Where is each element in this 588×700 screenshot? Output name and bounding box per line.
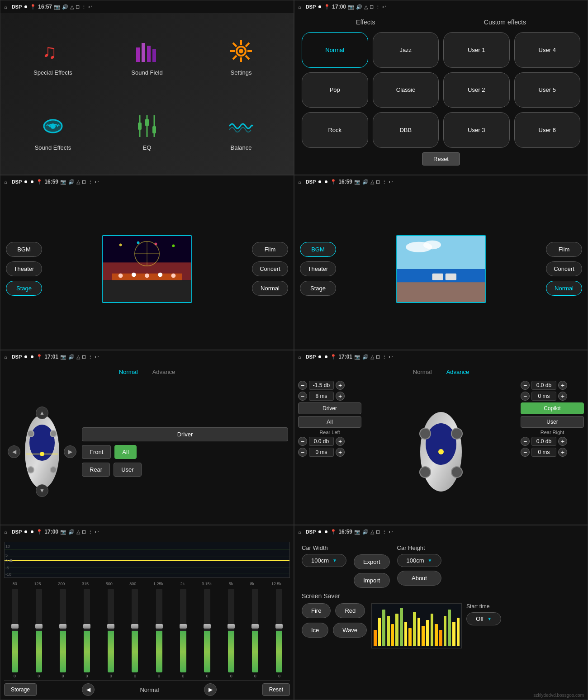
back-icon-p1[interactable]: ↩	[88, 4, 92, 10]
eq-reset-button[interactable]: Reset	[262, 683, 290, 696]
eq-thumb-0[interactable]	[11, 624, 19, 629]
eq-thumb-2[interactable]	[59, 624, 66, 629]
menu-item-eq[interactable]: EQ	[102, 96, 192, 168]
eq-track-8[interactable]	[204, 589, 210, 672]
adv-bl-db-plus[interactable]: +	[336, 437, 345, 446]
eq-track-6[interactable]	[156, 589, 162, 672]
sp-btn-user[interactable]: User	[114, 463, 141, 477]
adv-tl-db-plus[interactable]: +	[336, 381, 345, 390]
home-icon-p2[interactable]: ⌂	[298, 4, 301, 9]
back-icon-p8[interactable]: ↩	[389, 529, 393, 535]
eq-thumb-11[interactable]	[275, 624, 283, 629]
back-icon-p5[interactable]: ↩	[95, 354, 99, 360]
effect-user6[interactable]: User 6	[514, 112, 581, 148]
eq-track-0[interactable]	[12, 589, 18, 672]
adv-tr-db-plus[interactable]: +	[558, 381, 567, 390]
adv-tl-ms-minus[interactable]: −	[298, 392, 307, 401]
eq-thumb-9[interactable]	[228, 624, 235, 629]
menu-item-special-effects[interactable]: ♫ Special Effects	[8, 20, 98, 92]
adv-tl-ms-plus[interactable]: +	[336, 392, 345, 401]
eq-track-4[interactable]	[108, 589, 114, 672]
effect-user4[interactable]: User 4	[514, 32, 581, 68]
eq-thumb-4[interactable]	[107, 624, 114, 629]
effect-pop[interactable]: Pop	[302, 72, 368, 108]
sf-btn-theater-p3[interactable]: Theater	[6, 261, 42, 276]
effects-reset-button[interactable]: Reset	[422, 152, 460, 166]
adv-tr-db-minus[interactable]: −	[521, 381, 530, 390]
eq-track-10[interactable]	[252, 589, 258, 672]
adv-tr-ms-plus[interactable]: +	[558, 392, 567, 401]
adv-sp-btn-all[interactable]: All	[298, 416, 361, 428]
sf-btn-bgm-p3[interactable]: BGM	[6, 242, 42, 257]
menu-item-sound-field[interactable]: Sound Field	[102, 20, 192, 92]
eq-prev-button[interactable]: ◀	[82, 683, 95, 696]
eq-storage-button[interactable]: Storage	[4, 683, 37, 696]
adv-tl-db-minus[interactable]: −	[298, 381, 307, 390]
effect-dbb[interactable]: DBB	[373, 112, 439, 148]
sp-btn-all[interactable]: All	[114, 445, 136, 459]
menu-item-sound-effects[interactable]: Sound Effects	[8, 96, 98, 168]
sf-btn-film-p3[interactable]: Film	[252, 242, 288, 257]
sf-btn-stage-p4[interactable]: Stage	[300, 281, 336, 296]
effect-user2[interactable]: User 2	[443, 72, 510, 108]
screensaver-fire-button[interactable]: Fire	[302, 603, 331, 618]
nav-left-p5[interactable]: ◀	[8, 445, 20, 458]
sf-btn-normal-p4[interactable]: Normal	[546, 281, 582, 296]
effect-user5[interactable]: User 5	[514, 72, 581, 108]
back-icon-p6[interactable]: ↩	[389, 354, 393, 360]
effect-user3[interactable]: User 3	[443, 112, 510, 148]
home-icon-p8[interactable]: ⌂	[298, 529, 301, 534]
about-button[interactable]: About	[397, 571, 442, 586]
sf-btn-film-p4[interactable]: Film	[546, 242, 582, 257]
sp-btn-driver[interactable]: Driver	[82, 427, 288, 441]
adv-br-db-plus[interactable]: +	[558, 437, 567, 446]
adv-bl-ms-plus[interactable]: +	[336, 448, 345, 457]
eq-track-3[interactable]	[84, 589, 90, 672]
adv-bl-db-minus[interactable]: −	[298, 437, 307, 446]
home-icon-p4[interactable]: ⌂	[298, 179, 301, 184]
adv-sp-btn-copilot[interactable]: Copilot	[521, 402, 584, 414]
screensaver-wave-button[interactable]: Wave	[333, 623, 367, 638]
tab-advance-p5[interactable]: Advance	[145, 367, 183, 377]
sf-btn-normal-p3[interactable]: Normal	[252, 281, 288, 296]
home-icon[interactable]: ⌂	[4, 4, 7, 9]
effect-classic[interactable]: Classic	[373, 72, 439, 108]
screensaver-ice-button[interactable]: Ice	[302, 623, 328, 638]
effect-jazz[interactable]: Jazz	[373, 32, 439, 68]
eq-thumb-3[interactable]	[83, 624, 90, 629]
effect-normal[interactable]: Normal	[302, 32, 368, 68]
menu-item-settings[interactable]: Settings	[196, 20, 286, 92]
adv-br-db-minus[interactable]: −	[521, 437, 530, 446]
import-button[interactable]: Import	[354, 573, 390, 588]
eq-track-2[interactable]	[60, 589, 66, 672]
eq-track-9[interactable]	[228, 589, 234, 672]
adv-br-ms-plus[interactable]: +	[558, 448, 567, 457]
eq-thumb-10[interactable]	[251, 624, 259, 629]
tab-normal-p5[interactable]: Normal	[112, 367, 145, 377]
export-button[interactable]: Export	[354, 554, 390, 569]
sf-btn-bgm-p4[interactable]: BGM	[300, 242, 336, 257]
effect-user1[interactable]: User 1	[443, 32, 510, 68]
adv-tab-normal[interactable]: Normal	[406, 367, 439, 377]
nav-down-p5[interactable]: ▼	[36, 484, 48, 497]
eq-thumb-8[interactable]	[204, 624, 211, 629]
home-icon-p5[interactable]: ⌂	[4, 354, 7, 359]
home-icon-p7[interactable]: ⌂	[4, 529, 7, 534]
nav-right-p5[interactable]: ▶	[64, 445, 76, 458]
start-time-dropdown[interactable]: Off ▼	[466, 612, 501, 625]
menu-item-balance[interactable]: Balance	[196, 96, 286, 168]
car-height-dropdown[interactable]: 100cm ▼	[397, 554, 442, 567]
back-icon-p4[interactable]: ↩	[389, 179, 393, 185]
eq-track-11[interactable]	[276, 589, 282, 672]
eq-thumb-1[interactable]	[35, 624, 43, 629]
eq-thumb-5[interactable]	[131, 624, 138, 629]
sf-btn-stage-p3[interactable]: Stage	[6, 281, 42, 296]
sf-btn-theater-p4[interactable]: Theater	[300, 261, 336, 276]
back-icon-p7[interactable]: ↩	[95, 529, 99, 535]
sf-btn-concert-p3[interactable]: Concert	[252, 261, 288, 276]
nav-up-p5[interactable]: ▲	[36, 407, 48, 419]
screensaver-red-button[interactable]: Red	[335, 603, 365, 618]
eq-thumb-7[interactable]	[180, 624, 187, 629]
eq-track-1[interactable]	[36, 589, 42, 672]
car-width-dropdown[interactable]: 100cm ▼	[302, 554, 346, 567]
